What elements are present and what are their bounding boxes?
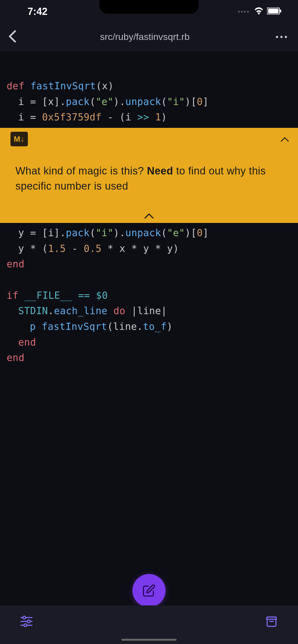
code-line: end: [7, 335, 291, 350]
banner-footer-chevron-icon[interactable]: [0, 213, 298, 223]
file-path-title: src/ruby/fastinvsqrt.rb: [100, 31, 190, 42]
code-line: i = [x].pack("e").unpack("i")[0]: [7, 94, 291, 110]
code-line: p fastInvSqrt(line.to_f): [7, 319, 291, 335]
app-header: src/ruby/fastinvsqrt.rb: [0, 23, 298, 51]
code-line: if __FILE__ == $0: [7, 288, 291, 303]
archive-button[interactable]: [265, 615, 278, 629]
svg-rect-2: [280, 9, 281, 12]
wifi-icon: [254, 7, 264, 16]
battery-icon: [267, 7, 281, 16]
comment-banner[interactable]: M↓ What kind of magic is this? Need to f…: [0, 128, 298, 223]
code-line: end: [7, 256, 291, 272]
code-line: end: [7, 350, 291, 366]
bottom-toolbar: [0, 605, 298, 644]
code-line: def fastInvSqrt(x): [7, 78, 291, 94]
banner-header: M↓: [0, 128, 298, 150]
comment-text: What kind of magic is this? Need to find…: [0, 150, 298, 213]
more-options-button[interactable]: [273, 33, 290, 41]
edit-fab-button[interactable]: [132, 574, 166, 607]
code-line: y * (1.5 - 0.5 * x * y * y): [7, 241, 291, 257]
svg-point-6: [27, 620, 30, 623]
code-line: [7, 272, 291, 288]
svg-point-8: [24, 624, 27, 627]
status-time: 7:42: [28, 6, 47, 17]
svg-point-4: [23, 616, 26, 619]
status-bar: 7:42: [0, 0, 298, 23]
settings-sliders-button[interactable]: [20, 615, 33, 629]
notch: [99, 0, 199, 14]
status-icons: [238, 7, 281, 16]
back-button[interactable]: [8, 30, 17, 44]
collapse-chevron-icon[interactable]: [280, 131, 289, 147]
code-line: i = 0x5f3759df - (i >> 1): [7, 109, 291, 125]
home-indicator[interactable]: [121, 639, 177, 641]
code-editor[interactable]: def fastInvSqrt(x) i = [x].pack("e").unp…: [0, 51, 298, 366]
markdown-badge: M↓: [10, 132, 28, 146]
signal-dots: [238, 11, 249, 13]
code-line: y = [i].pack("i").unpack("e")[0]: [7, 225, 291, 241]
svg-rect-1: [268, 9, 278, 14]
code-line: STDIN.each_line do |line|: [7, 303, 291, 319]
